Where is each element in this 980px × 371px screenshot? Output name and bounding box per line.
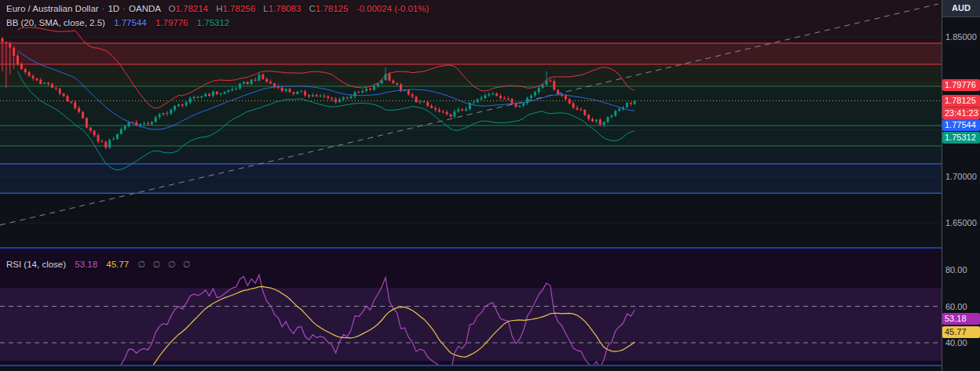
- rsi-axis-label: 40.00: [945, 337, 967, 348]
- close-value: 1.78125: [316, 4, 349, 13]
- time-axis[interactable]: [0, 366, 980, 371]
- bb-lower-value: 1.75312: [197, 18, 230, 27]
- dot-separator: ·: [102, 4, 105, 13]
- bollinger-legend[interactable]: BB (20, SMA, close, 2.5) 1.77544 1.79776…: [6, 17, 229, 28]
- main-series-legend[interactable]: Euro / Australian Dollar·1D·OANDA O1.782…: [6, 3, 429, 14]
- low-value: 1.78083: [269, 4, 302, 13]
- bb-lower-badge: 1.75312: [942, 132, 980, 144]
- rsi-value-text: 53.18: [75, 260, 97, 269]
- rsi-hidden-values: ∅ ∅ ∅ ∅: [137, 260, 193, 269]
- rsi-axis-label: 60.00: [945, 301, 967, 312]
- symbol-title: Euro / Australian Dollar: [6, 4, 99, 13]
- rsi-axis-label: 80.00: [945, 264, 967, 275]
- price-axis-label: 1.85000: [945, 31, 977, 42]
- currency-label[interactable]: AUD: [942, 0, 980, 17]
- bb-basis-badge: 1.77544: [942, 119, 980, 131]
- open-value: 1.78214: [175, 4, 208, 13]
- last-price-badge: 1.7812523:41:23: [942, 95, 980, 119]
- price-axis-column[interactable]: AUD 1.850001.700001.6500080.0060.0040.00…: [942, 0, 980, 371]
- close-label: C: [309, 4, 316, 13]
- rsi-value-badge: 53.18: [942, 313, 980, 325]
- rsi-ma-text: 45.77: [106, 260, 129, 269]
- high-value: 1.78256: [223, 4, 256, 13]
- timeframe: 1D: [108, 4, 119, 13]
- high-label: H: [216, 4, 222, 13]
- bb-upper-value: 1.79776: [155, 18, 188, 27]
- exchange: OANDA: [129, 4, 160, 13]
- pane-separator[interactable]: [0, 247, 980, 249]
- price-axis-label: 1.70000: [945, 171, 977, 182]
- dot-separator: ·: [122, 4, 126, 13]
- rsi-ma-badge: 45.77: [942, 326, 980, 338]
- chart-root: Euro / Australian Dollar·1D·OANDA O1.782…: [0, 0, 980, 371]
- countdown-timer: 23:41:23: [945, 107, 980, 119]
- price-axis-label: 1.65000: [945, 217, 977, 228]
- price-change: -0.00024 (-0.01%): [357, 4, 430, 13]
- price-pane[interactable]: [0, 0, 942, 247]
- bb-label: BB (20, SMA, close, 2.5): [6, 18, 105, 27]
- pane-separator[interactable]: [0, 365, 980, 366]
- bb-upper-badge: 1.79776: [942, 79, 980, 91]
- rsi-legend[interactable]: RSI (14, close) 53.18 45.77 ∅ ∅ ∅ ∅: [6, 259, 193, 270]
- rsi-label: RSI (14, close): [6, 260, 66, 269]
- bb-basis-value: 1.77544: [114, 18, 147, 27]
